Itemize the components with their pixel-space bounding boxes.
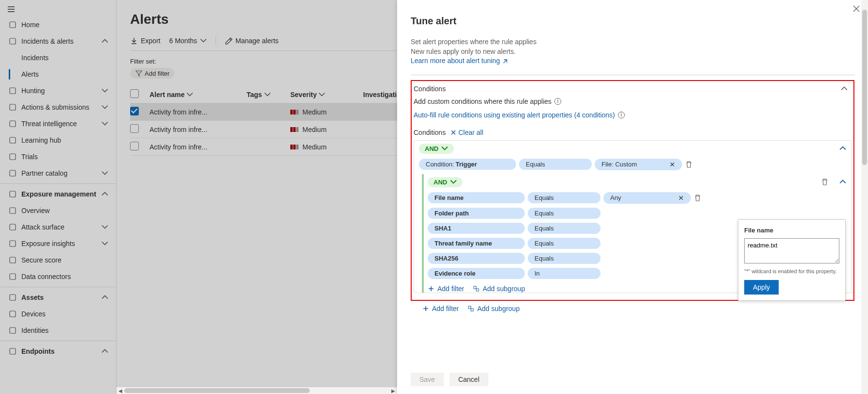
save-button[interactable]: Save xyxy=(411,373,444,386)
popover-label: File name xyxy=(744,227,773,234)
condition-row-trigger: Condition: Trigger Equals File: Custom ✕ xyxy=(414,157,851,172)
and-operator-pill[interactable]: AND xyxy=(419,144,454,154)
filter-op-chip[interactable]: Equals xyxy=(528,238,601,249)
panel-scrollbar[interactable] xyxy=(861,0,868,394)
add-subgroup-button[interactable]: Add subgroup xyxy=(467,305,519,312)
popover-note: "*" wildcard is enabled for this propert… xyxy=(744,268,839,274)
filter-op-chip[interactable]: In xyxy=(528,268,601,279)
panel-footer: Save Cancel xyxy=(411,365,854,394)
filter-op-chip[interactable]: Equals xyxy=(528,253,601,264)
and-operator-pill[interactable]: AND xyxy=(428,177,463,187)
filter-field-chip[interactable]: SHA1 xyxy=(428,223,525,234)
filter-row: Folder pathEquals xyxy=(427,206,851,221)
add-filter-button[interactable]: Add filter xyxy=(422,305,459,312)
remove-value-icon[interactable]: ✕ xyxy=(678,194,684,202)
close-icon[interactable] xyxy=(852,5,860,13)
filter-field-chip[interactable]: File name xyxy=(428,192,525,203)
collapse-icon[interactable] xyxy=(839,179,846,185)
filter-field-chip[interactable]: Folder path xyxy=(428,208,525,219)
autofill-link[interactable]: Auto-fill rule conditions using existing… xyxy=(414,111,615,119)
condition-op-chip[interactable]: Equals xyxy=(519,159,592,170)
filter-field-chip[interactable]: SHA256 xyxy=(428,253,525,264)
filter-row: File nameEqualsAny✕ xyxy=(427,190,851,206)
horizontal-scrollbar[interactable]: ◀▶ xyxy=(117,387,397,394)
filter-op-chip[interactable]: Equals xyxy=(528,223,601,234)
chevron-down-icon xyxy=(450,179,457,185)
filter-field-chip[interactable]: Threat family name xyxy=(428,238,525,249)
collapse-icon[interactable] xyxy=(839,145,846,152)
tune-alert-panel: Tune alert Set alert properties where th… xyxy=(397,0,868,394)
chevron-down-icon xyxy=(441,145,448,152)
open-external-icon xyxy=(502,58,509,65)
apply-button[interactable]: Apply xyxy=(744,280,779,295)
chevron-up-icon[interactable] xyxy=(841,85,848,92)
condition-field-chip[interactable]: Condition: Trigger xyxy=(419,159,516,170)
cancel-button[interactable]: Cancel xyxy=(450,373,488,386)
add-subgroup-button[interactable]: Add subgroup xyxy=(473,285,525,293)
conditions-label: Conditions xyxy=(414,85,446,93)
condition-value-chip[interactable]: File: Custom ✕ xyxy=(595,159,682,170)
info-icon[interactable]: i xyxy=(618,112,625,118)
filter-op-chip[interactable]: Equals xyxy=(528,208,601,219)
delete-group-icon[interactable] xyxy=(821,178,829,186)
modal-backdrop xyxy=(0,0,397,394)
file-name-input[interactable] xyxy=(744,238,839,263)
panel-title: Tune alert xyxy=(411,16,854,27)
file-name-popover: File name "*" wildcard is enabled for th… xyxy=(738,219,846,301)
panel-intro: Set alert properties where the rule appl… xyxy=(411,37,854,66)
filter-value-chip[interactable]: Any✕ xyxy=(603,192,691,204)
delete-condition-icon[interactable] xyxy=(685,161,693,168)
clear-all-button[interactable]: Clear all xyxy=(451,129,483,136)
delete-filter-icon[interactable] xyxy=(694,194,701,202)
add-filter-button[interactable]: Add filter xyxy=(428,285,464,293)
filter-field-chip[interactable]: Evidence role xyxy=(428,268,525,279)
filter-op-chip[interactable]: Equals xyxy=(528,192,601,203)
conditions-sublabel: Conditions xyxy=(414,129,446,136)
remove-value-icon[interactable]: ✕ xyxy=(669,161,675,168)
conditions-hint: Add custom conditions where this rule ap… xyxy=(412,95,853,108)
learn-more-link[interactable]: Learn more about alert tuning xyxy=(411,56,509,66)
info-icon[interactable]: i xyxy=(554,98,561,105)
